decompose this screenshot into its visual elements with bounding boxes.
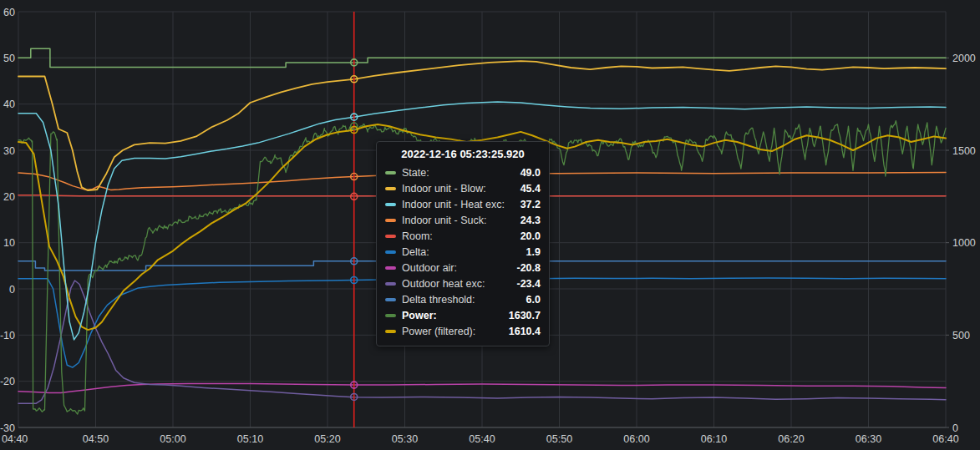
tooltip-series-value: -23.4 (517, 278, 541, 290)
tooltip-series-label: Outdoor heat exc: (402, 278, 505, 290)
series-color-swatch-icon (385, 314, 396, 317)
tooltip-series-row: Power (filtered): 1610.4 (385, 323, 541, 339)
x-axis-label: 05:30 (392, 433, 418, 445)
series-color-swatch-icon (385, 250, 396, 254)
tooltip-series-value: 1610.4 (509, 326, 541, 337)
tooltip-series-row: State: 49.0 (385, 164, 541, 180)
series-color-swatch-icon (385, 171, 396, 174)
y-axis-label-left: -10 (0, 330, 15, 341)
x-axis-label: 05:40 (469, 433, 495, 445)
tooltip-series-row: Delta threshold: 6.0 (385, 291, 541, 307)
x-axis-label: 06:00 (623, 433, 649, 445)
x-axis-label: 06:30 (856, 433, 881, 445)
tooltip-series-value: 24.3 (520, 215, 541, 226)
grafana-graph-panel: 6050403020100-10-20-30200015001000500004… (0, 0, 980, 450)
tooltip-series-label: Indoor unit - Heat exc: (402, 199, 509, 210)
x-axis-label: 05:10 (237, 433, 263, 445)
tooltip-series-value: 20.0 (520, 230, 541, 242)
tooltip-series-label: Power: (402, 310, 497, 321)
y-axis-label-right: 1500 (952, 145, 976, 157)
tooltip-timestamp: 2022-12-16 05:23:25.920 (385, 148, 541, 160)
x-axis-label: 05:50 (546, 433, 572, 445)
tooltip-series-row: Indoor unit - Suck: 24.3 (385, 212, 541, 228)
tooltip-series-value: 49.0 (520, 167, 541, 179)
series-color-swatch-icon (385, 298, 396, 301)
y-axis-label-left: 40 (3, 99, 15, 110)
y-axis-label-left: -20 (0, 376, 15, 387)
x-axis-label: 06:10 (701, 433, 727, 445)
x-axis-label: 04:50 (83, 433, 109, 445)
tooltip-series-row: Indoor unit - Heat exc: 37.2 (385, 196, 541, 212)
y-axis-label-left: 0 (9, 284, 15, 296)
y-axis-label-left: -30 (0, 422, 15, 434)
tooltip-series-label: State: (402, 167, 509, 179)
x-axis-label: 04:40 (2, 433, 28, 445)
series-color-swatch-icon (385, 235, 396, 238)
tooltip-series-value: 1630.7 (509, 310, 541, 321)
x-axis-label: 06:40 (932, 433, 958, 445)
tooltip-series-label: Room: (402, 230, 509, 242)
tooltip-series-row: Outdoor heat exc: -23.4 (385, 276, 541, 291)
tooltip-series-row: Outdoor air: -20.8 (385, 260, 541, 276)
tooltip-series-label: Delta: (402, 246, 515, 258)
tooltip-series-row: Power: 1630.7 (385, 307, 541, 323)
x-axis-label: 05:20 (314, 433, 340, 445)
tooltip-series-row: Indoor unit - Blow: 45.4 (385, 180, 541, 196)
x-axis-label: 05:00 (160, 433, 185, 445)
tooltip-series-row: Delta: 1.9 (385, 244, 541, 260)
tooltip-series-value: 37.2 (520, 199, 541, 210)
y-axis-label-left: 60 (3, 7, 15, 18)
tooltip-series-value: 1.9 (526, 246, 541, 258)
tooltip-series-value: -20.8 (517, 262, 541, 274)
y-axis-label-left: 10 (3, 237, 15, 249)
tooltip-series-label: Indoor unit - Blow: (402, 183, 509, 195)
series-color-swatch-icon (385, 266, 396, 270)
series-color-swatch-icon (385, 219, 396, 222)
tooltip-series-list: State: 49.0 Indoor unit - Blow: 45.4 Ind… (385, 164, 541, 339)
series-color-swatch-icon (385, 203, 396, 206)
y-axis-label-left: 50 (3, 53, 15, 64)
tooltip-series-label: Outdoor air: (402, 262, 505, 274)
y-axis-label-left: 20 (3, 191, 15, 203)
y-axis-label-right: 0 (952, 422, 958, 434)
series-color-swatch-icon (385, 330, 396, 333)
y-axis-label-left: 30 (3, 145, 15, 157)
series-color-swatch-icon (385, 282, 396, 286)
tooltip-series-value: 45.4 (520, 183, 541, 195)
tooltip-series-label: Indoor unit - Suck: (402, 215, 509, 226)
tooltip-series-label: Delta threshold: (402, 294, 515, 306)
series-color-swatch-icon (385, 187, 396, 190)
y-axis-label-right: 2000 (952, 53, 976, 64)
tooltip-series-label: Power (filtered): (402, 326, 497, 337)
graph-tooltip: 2022-12-16 05:23:25.920 State: 49.0 Indo… (376, 141, 550, 346)
y-axis-label-right: 500 (952, 330, 970, 341)
tooltip-series-row: Room: 20.0 (385, 228, 541, 244)
y-axis-label-right: 1000 (952, 237, 976, 249)
x-axis-label: 06:20 (778, 433, 804, 445)
tooltip-series-value: 6.0 (526, 294, 541, 306)
